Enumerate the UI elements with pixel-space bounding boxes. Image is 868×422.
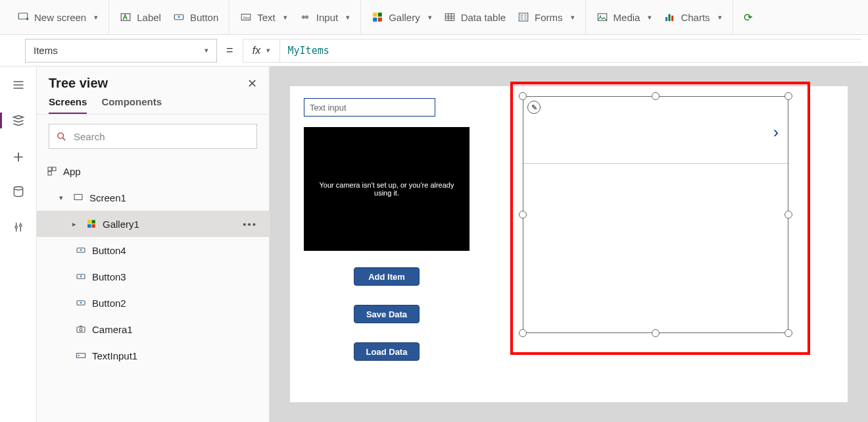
close-panel-button[interactable]: ✕ <box>247 76 257 91</box>
app-icon <box>46 166 58 176</box>
button-button[interactable]: Button <box>173 11 218 23</box>
node-more-button[interactable]: ••• <box>243 219 257 230</box>
svg-rect-24 <box>74 194 82 199</box>
insert-ribbon: New screen ▾ Label Button Abc Text ▾ Inp… <box>0 0 868 35</box>
canvas-gallery[interactable]: ✎ › <box>523 96 788 333</box>
tree-view-panel: Tree view ✕ Screens Components App ▾ Scr… <box>37 66 270 422</box>
button-button-label: Button <box>190 12 218 23</box>
svg-rect-15 <box>669 14 671 22</box>
chevron-down-icon: ▾ <box>428 13 432 22</box>
canvas-save-button[interactable]: Save Data <box>354 305 420 323</box>
resize-handle[interactable] <box>784 329 792 337</box>
forms-dropdown[interactable]: Forms ▾ <box>518 11 575 23</box>
tree-node-screen1[interactable]: ▾ Screen1 <box>37 184 269 211</box>
hamburger-button[interactable] <box>8 74 29 95</box>
fx-button[interactable]: fx ▾ <box>243 40 280 62</box>
left-rail: ＋ <box>0 66 37 422</box>
resize-handle[interactable] <box>784 211 792 219</box>
text-icon: Abc <box>240 11 252 23</box>
screen-icon <box>17 11 29 23</box>
camera-message: Your camera isn't set up, or you're alre… <box>312 181 462 197</box>
formula-input[interactable]: MyItems <box>280 40 861 62</box>
button-icon <box>75 298 87 308</box>
tree-search[interactable] <box>49 124 257 149</box>
svg-text:Abc: Abc <box>243 16 250 20</box>
formula-bar: Items ▾ = fx ▾ MyItems <box>0 35 868 66</box>
svg-rect-23 <box>48 172 51 175</box>
tab-components[interactable]: Components <box>101 96 162 114</box>
svg-rect-27 <box>87 224 91 228</box>
canvas-add-button[interactable]: Add Item <box>354 267 420 286</box>
gallery-icon <box>372 11 383 23</box>
svg-rect-14 <box>665 17 667 21</box>
tree-search-input[interactable] <box>74 131 250 142</box>
button-icon <box>75 245 87 255</box>
input-icon <box>299 11 311 23</box>
tree-node-gallery1[interactable]: ▸ Gallery1 ••• <box>37 211 269 237</box>
screen-canvas[interactable]: Text input Your camera isn't set up, or … <box>290 86 848 402</box>
media-icon <box>596 11 608 23</box>
svg-rect-1 <box>121 14 130 21</box>
property-selector-label: Items <box>34 45 58 56</box>
svg-rect-16 <box>671 16 673 21</box>
gallery-template-row[interactable]: › <box>523 97 788 164</box>
canvas-textinput[interactable]: Text input <box>304 98 435 117</box>
data-button[interactable] <box>8 181 29 202</box>
resize-handle[interactable] <box>652 92 660 100</box>
main-area: ＋ Tree view ✕ Screens Components App <box>0 66 868 422</box>
tree-node-button2[interactable]: Button2 <box>37 290 269 316</box>
data-table-button[interactable]: Data table <box>444 11 506 23</box>
text-dropdown[interactable]: Abc Text ▾ <box>240 11 287 23</box>
resize-handle[interactable] <box>784 92 792 100</box>
tree-node-camera1[interactable]: Camera1 <box>37 316 269 342</box>
insert-button[interactable]: ＋ <box>8 145 29 167</box>
tools-button[interactable] <box>8 217 29 238</box>
tree-view-button[interactable] <box>8 110 29 131</box>
chevron-right-icon: ▸ <box>68 220 80 228</box>
tab-screens[interactable]: Screens <box>49 96 87 114</box>
svg-point-33 <box>80 329 82 331</box>
resize-handle[interactable] <box>519 329 527 337</box>
tree-nodes: App ▾ Screen1 ▸ Gallery1 ••• Button4 But… <box>37 158 269 369</box>
tree-node-label: TextInput1 <box>92 350 137 361</box>
chevron-down-icon: ▾ <box>94 13 98 22</box>
data-table-icon <box>444 11 456 23</box>
fx-label: fx <box>253 45 260 57</box>
gallery-dropdown[interactable]: Gallery ▾ <box>372 11 432 23</box>
canvas-camera[interactable]: Your camera isn't set up, or you're alre… <box>304 127 470 251</box>
tree-node-button4[interactable]: Button4 <box>37 237 269 263</box>
svg-rect-22 <box>53 167 56 171</box>
tree-node-label: Button4 <box>92 245 126 256</box>
charts-icon <box>663 11 675 23</box>
label-button[interactable]: Label <box>120 11 161 23</box>
tree-node-button3[interactable]: Button3 <box>37 263 269 290</box>
resize-handle[interactable] <box>519 92 527 100</box>
media-dropdown[interactable]: Media ▾ <box>596 11 652 23</box>
tree-node-label: Screen1 <box>89 192 126 203</box>
tree-node-label: Button2 <box>92 298 126 309</box>
resize-handle[interactable] <box>652 329 660 337</box>
svg-point-5 <box>304 16 306 18</box>
charts-dropdown[interactable]: Charts ▾ <box>663 11 721 23</box>
input-dropdown-label: Input <box>316 12 338 23</box>
chevron-down-icon: ▾ <box>718 13 722 22</box>
textinput-icon <box>75 350 87 361</box>
chevron-down-icon: ▾ <box>283 13 287 22</box>
svg-rect-26 <box>92 220 95 223</box>
tree-node-app[interactable]: App <box>37 158 269 184</box>
tree-node-textinput1[interactable]: TextInput1 <box>37 342 269 369</box>
resize-handle[interactable] <box>519 211 527 219</box>
input-dropdown[interactable]: Input ▾ <box>299 11 350 23</box>
svg-rect-8 <box>373 18 377 22</box>
new-screen-button[interactable]: New screen ▾ <box>17 11 98 23</box>
svg-rect-28 <box>92 224 95 228</box>
chevron-down-icon: ▾ <box>648 13 652 22</box>
svg-rect-7 <box>378 13 382 16</box>
overflow-icon[interactable]: ⟳ <box>744 11 752 24</box>
svg-rect-0 <box>18 13 28 19</box>
canvas-load-button[interactable]: Load Data <box>354 342 420 361</box>
svg-point-20 <box>58 132 64 138</box>
property-selector[interactable]: Items ▾ <box>25 39 217 63</box>
chevron-down-icon: ▾ <box>571 13 575 22</box>
data-table-label: Data table <box>461 12 506 23</box>
